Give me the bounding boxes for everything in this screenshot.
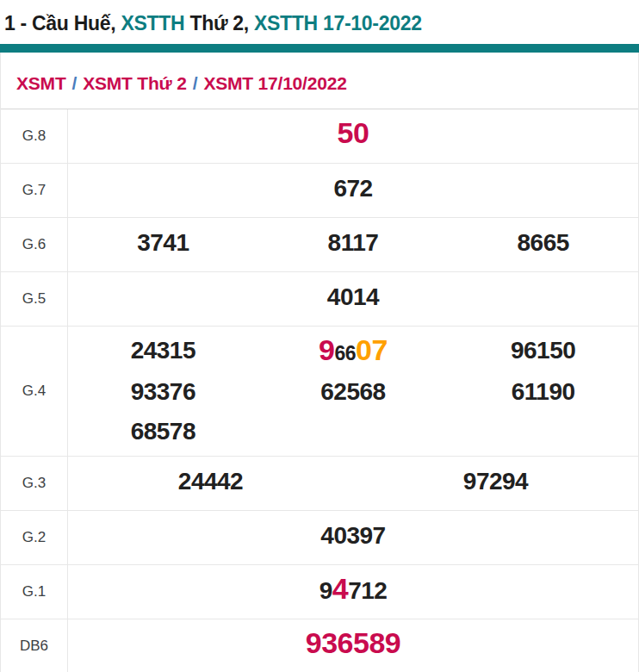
digit-segment: 936589 (306, 626, 400, 659)
prize-row-g5: G.54014 (1, 272, 638, 327)
prize-values: 94712 (68, 565, 638, 619)
digit-segment: 40397 (320, 522, 385, 549)
digit-segment: 61190 (512, 378, 575, 405)
page-title: 1 - Cầu Huế, XSTTH Thứ 2, XSTTH 17-10-20… (0, 0, 639, 44)
prize-number: 62568 (320, 374, 385, 414)
digit-segment: 9 (320, 577, 332, 604)
digit-segment: 24315 (131, 337, 195, 364)
prize-number: 93376 (131, 374, 195, 414)
digit-segment: 9 (319, 333, 334, 366)
prize-number: 50 (338, 115, 369, 157)
prize-number: 96150 (511, 333, 575, 372)
digit-segment: 07 (356, 333, 388, 366)
prize-number: 96607 (319, 332, 388, 374)
prize-row-g1: G.194712 (1, 565, 638, 619)
prize-label: G.8 (1, 109, 68, 163)
prize-number: 94712 (320, 570, 388, 613)
prize-number: 936589 (306, 625, 400, 667)
digit-segment: 50 (338, 116, 369, 149)
prize-number: 3741 (137, 225, 189, 264)
digit-segment: 93376 (131, 378, 195, 405)
prize-number: 97294 (463, 464, 528, 503)
digit-segment: 96150 (511, 337, 575, 364)
page-title-segment: 1 - Cầu Huế, (4, 12, 121, 34)
prize-number: 61190 (512, 374, 575, 414)
breadcrumb-separator: / (66, 73, 84, 93)
prize-label: G.1 (1, 565, 68, 619)
prize-values: 672 (68, 164, 638, 217)
prize-number: 40397 (320, 518, 385, 557)
digit-segment: 97294 (463, 468, 528, 495)
prize-values: 24315966079615093376625686119068578 (68, 327, 638, 456)
prize-number: 4014 (327, 279, 379, 319)
prize-label: G.3 (1, 457, 68, 510)
prize-label: G.7 (1, 164, 68, 217)
prize-number: 8117 (328, 225, 379, 264)
digit-segment: 3741 (137, 229, 189, 256)
prize-values: 50 (68, 109, 638, 163)
digit-segment: 66 (334, 342, 356, 364)
prize-row-g6: G.6374181178665 (1, 218, 638, 272)
prize-number: 24315 (131, 333, 195, 372)
digit-segment: 68578 (131, 418, 195, 445)
prize-number: 672 (333, 171, 372, 210)
prize-number: 24442 (178, 464, 243, 503)
digit-segment: 712 (348, 577, 387, 604)
prize-row-g7: G.7672 (1, 164, 638, 218)
digit-segment: 4 (332, 572, 348, 605)
prize-values: 40397 (68, 511, 638, 564)
prize-row-g4: G.424315966079615093376625686119068578 (1, 327, 638, 457)
breadcrumb-link[interactable]: XSMT 17/10/2022 (203, 73, 346, 93)
prize-number: 68578 (131, 414, 195, 453)
prize-values: 936589 (68, 619, 638, 672)
prize-label: G.6 (1, 218, 68, 271)
digit-segment: 62568 (320, 378, 385, 405)
digit-segment: 672 (333, 175, 372, 202)
page-title-segment: Thứ 2, (184, 12, 254, 34)
prize-number: 8665 (518, 225, 569, 264)
prize-label: G.2 (1, 511, 68, 564)
prize-row-g3: G.32444297294 (1, 457, 638, 511)
breadcrumb-link[interactable]: XSMT (16, 73, 66, 93)
prize-row-g8: G.850 (1, 109, 638, 164)
prize-label: G.5 (1, 272, 68, 326)
digit-segment: 4014 (327, 283, 379, 310)
teal-divider-bar (0, 44, 639, 53)
prize-values: 374181178665 (68, 218, 638, 271)
page-title-segment: XSTTH (121, 12, 184, 34)
prize-values: 4014 (68, 272, 638, 326)
lottery-results-table: G.850G.7672G.6374181178665G.54014G.42431… (1, 109, 638, 672)
prize-row-g2: G.240397 (1, 511, 638, 565)
digit-segment: 24442 (178, 468, 243, 495)
prize-label: DB6 (1, 619, 68, 672)
breadcrumb: XSMT/XSMT Thứ 2/XSMT 17/10/2022 (1, 53, 638, 109)
results-card: XSMT/XSMT Thứ 2/XSMT 17/10/2022 G.850G.7… (0, 53, 639, 672)
prize-values: 2444297294 (68, 457, 638, 510)
breadcrumb-link[interactable]: XSMT Thứ 2 (83, 73, 187, 93)
digit-segment: 8117 (328, 229, 379, 256)
prize-row-db6: DB6936589 (1, 619, 638, 672)
breadcrumb-separator: / (187, 73, 204, 93)
digit-segment: 8665 (518, 229, 569, 256)
prize-label: G.4 (1, 327, 68, 456)
page-title-segment: XSTTH 17-10-2022 (254, 12, 422, 34)
